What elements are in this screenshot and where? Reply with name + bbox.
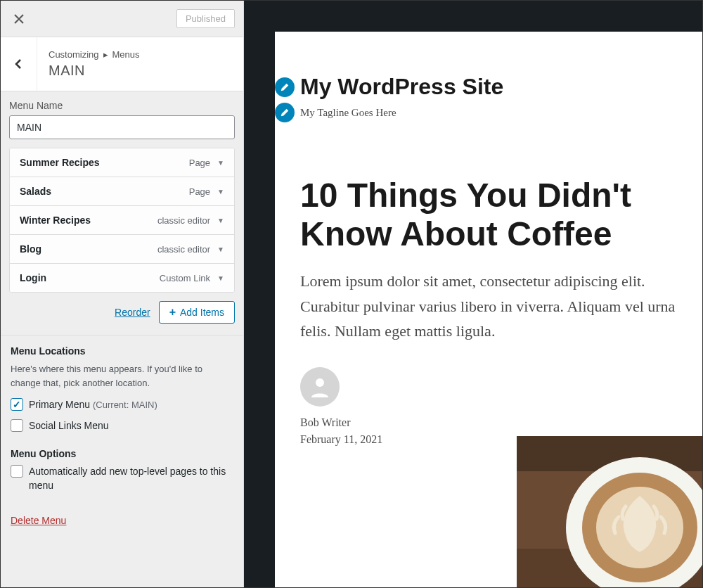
social-menu-checkbox-row[interactable]: Social Links Menu (11, 419, 233, 433)
menu-item[interactable]: Salads Page▼ (10, 177, 234, 206)
menu-item-type: Page (189, 158, 210, 168)
add-items-button[interactable]: + Add Items (159, 301, 235, 324)
breadcrumb-section: Menus (112, 49, 140, 60)
chevron-down-icon: ▼ (217, 274, 224, 282)
checkbox-checked-icon (11, 398, 23, 411)
menu-item-type: Page (189, 186, 210, 197)
publish-status-badge[interactable]: Published (176, 9, 235, 28)
author-block: Bob Writer February 11, 2021 (300, 367, 382, 446)
primary-menu-label: Primary Menu (29, 399, 90, 410)
chevron-down-icon: ▼ (217, 159, 224, 167)
menu-items-list: Summer Recipes Page▼ Salads Page▼ Winter… (9, 148, 235, 293)
menu-item[interactable]: Summer Recipes Page▼ (10, 148, 234, 177)
customizer-sidebar: Published Customizing ▸ Menus MAIN Menu … (1, 1, 244, 587)
site-title: My WordPress Site (300, 74, 503, 100)
featured-image (517, 436, 702, 587)
menu-item[interactable]: Login Custom Link▼ (10, 264, 234, 292)
breadcrumb-bar: Customizing ▸ Menus MAIN (1, 37, 243, 91)
menu-item-title: Summer Recipes (20, 157, 100, 168)
pencil-icon (280, 108, 290, 117)
auto-add-label: Automatically add new top-level pages to… (29, 465, 233, 492)
primary-menu-current: (Current: MAIN) (93, 400, 157, 410)
avatar (300, 367, 340, 407)
menu-item[interactable]: Blog classic editor▼ (10, 235, 234, 264)
menu-item[interactable]: Winter Recipes classic editor▼ (10, 206, 234, 235)
checkbox-unchecked-icon (11, 419, 23, 432)
close-icon (13, 13, 25, 25)
plus-icon: + (169, 306, 176, 319)
menu-name-section: Menu Name (1, 91, 243, 139)
post-excerpt: Lorem ipsum dolor sit amet, consectetur … (300, 269, 702, 343)
menu-item-type: classic editor (157, 215, 210, 226)
edit-title-button[interactable] (275, 77, 295, 97)
breadcrumb-content: Customizing ▸ Menus MAIN (37, 39, 151, 89)
menu-item-type: Custom Link (160, 273, 210, 283)
options-heading: Menu Options (11, 448, 233, 459)
reorder-link[interactable]: Reorder (115, 307, 150, 318)
menu-item-title: Winter Recipes (20, 215, 91, 226)
preview-frame: My WordPress Site My Tagline Goes Here 1… (244, 1, 702, 587)
add-items-label: Add Items (180, 307, 224, 318)
sidebar-header: Published (1, 1, 243, 37)
primary-menu-checkbox-row[interactable]: Primary Menu (Current: MAIN) (11, 398, 233, 412)
delete-menu-link[interactable]: Delete Menu (1, 505, 243, 536)
svg-point-0 (316, 378, 324, 387)
preview-content: My WordPress Site My Tagline Goes Here 1… (275, 32, 702, 587)
locations-heading: Menu Locations (11, 345, 233, 357)
chevron-right-icon: ▸ (103, 49, 108, 60)
auto-add-checkbox-row[interactable]: Automatically add new top-level pages to… (11, 465, 233, 492)
post-date: February 11, 2021 (300, 433, 382, 446)
chevron-down-icon: ▼ (217, 217, 224, 224)
author-name: Bob Writer (300, 416, 382, 429)
locations-description: Here's where this menu appears. If you'd… (11, 362, 233, 390)
post-title: 10 Things You Didn't Know About Coffee (300, 176, 702, 253)
breadcrumb-parent: Customizing (49, 49, 99, 60)
chevron-down-icon: ▼ (217, 188, 224, 196)
close-button[interactable] (9, 9, 29, 29)
menu-item-title: Salads (20, 186, 51, 197)
menu-actions: Reorder + Add Items (1, 301, 243, 335)
pencil-icon (280, 82, 290, 92)
site-header: My WordPress Site My Tagline Goes Here (275, 32, 702, 122)
chevron-left-icon (15, 58, 23, 70)
menu-item-type: classic editor (157, 244, 210, 255)
edit-tagline-button[interactable] (275, 103, 295, 122)
menu-item-title: Login (20, 272, 46, 283)
menu-name-input[interactable] (9, 115, 235, 139)
menu-item-title: Blog (20, 243, 41, 255)
back-button[interactable] (1, 37, 37, 91)
tagline-row: My Tagline Goes Here (275, 103, 702, 122)
post-meta: Bob Writer February 11, 2021 (300, 367, 702, 446)
chevron-down-icon: ▼ (217, 245, 224, 253)
breadcrumb-title: MAIN (49, 63, 140, 79)
post-area: 10 Things You Didn't Know About Coffee L… (275, 122, 702, 446)
checkbox-unchecked-icon (11, 465, 23, 478)
menu-options-section: Menu Options Automatically add new top-l… (1, 445, 243, 505)
breadcrumb: Customizing ▸ Menus (49, 49, 140, 60)
coffee-image (517, 436, 702, 587)
user-icon (307, 374, 333, 400)
menu-locations-section: Menu Locations Here's where this menu ap… (1, 335, 243, 445)
site-title-row: My WordPress Site (275, 74, 702, 100)
social-menu-label: Social Links Menu (29, 419, 109, 433)
site-tagline: My Tagline Goes Here (300, 107, 396, 119)
menu-name-label: Menu Name (9, 100, 235, 111)
